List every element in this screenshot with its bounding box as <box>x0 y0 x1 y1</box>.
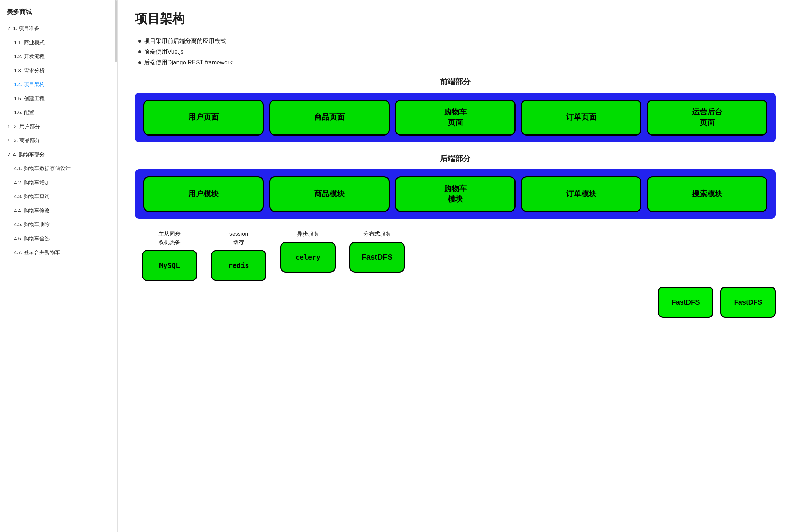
frontend-box-3: 购物车页面 <box>395 100 516 136</box>
sidebar-item-1-6[interactable]: 1.6. 配置 <box>0 105 117 120</box>
sidebar-item-4-7[interactable]: 4.7. 登录合并购物车 <box>0 245 117 260</box>
fastdfs-bottom-row: FastDFS FastDFS <box>135 287 776 318</box>
backend-arch: 用户模块 商品模块 购物车模块 订单模块 搜索模块 <box>135 169 776 219</box>
service-celery-box: celery <box>280 242 336 273</box>
sidebar-item-section3[interactable]: 〉 3. 商品部分 <box>0 133 117 148</box>
bullet-item-2: 前端使用Vue.js <box>138 48 776 56</box>
frontend-box-5: 运营后台页面 <box>647 100 767 136</box>
frontend-title: 前端部分 <box>135 77 776 87</box>
service-redis-box: redis <box>211 250 266 281</box>
sidebar-item-1-3[interactable]: 1.3. 需求分析 <box>0 64 117 78</box>
backend-box-4: 订单模块 <box>521 176 641 212</box>
service-redis-label: session缓存 <box>229 230 248 246</box>
sidebar-item-4-4[interactable]: 4.4. 购物车修改 <box>0 204 117 218</box>
bullet-dot-3 <box>138 61 141 64</box>
bullet-item-3: 后端使用Django REST framework <box>138 58 776 66</box>
bullet-dot-2 <box>138 50 141 53</box>
frontend-arch: 用户页面 商品页面 购物车页面 订单页面 运营后台页面 <box>135 93 776 142</box>
sidebar-item-1-1[interactable]: 1.1. 商业模式 <box>0 36 117 50</box>
service-celery-label: 异步服务 <box>297 230 319 238</box>
bullet-list: 项目采用前后端分离的应用模式 前端使用Vue.js 后端使用Django RES… <box>135 37 776 66</box>
fastdfs-bottom-1: FastDFS <box>658 287 713 318</box>
backend-box-3: 购物车模块 <box>395 176 516 212</box>
sidebar-item-4-2[interactable]: 4.2. 购物车增加 <box>0 176 117 190</box>
fastdfs-bottom-2: FastDFS <box>720 287 776 318</box>
sidebar-scrollbar-thumb <box>115 0 117 62</box>
service-fastdfs: 分布式服务 FastDFS <box>349 230 405 273</box>
sidebar: 美多商城 ✓ 1. 项目准备 1.1. 商业模式 1.2. 开发流程 1.3. … <box>0 0 118 532</box>
sidebar-item-section4[interactable]: ✓ 4. 购物车部分 <box>0 148 117 162</box>
backend-box-1: 用户模块 <box>143 176 264 212</box>
service-mysql: 主从同步双机热备 MySQL <box>142 230 197 281</box>
bullet-item-1: 项目采用前后端分离的应用模式 <box>138 37 776 45</box>
backend-box-2: 商品模块 <box>269 176 390 212</box>
service-celery: 异步服务 celery <box>280 230 336 273</box>
main-content: 项目架构 项目采用前后端分离的应用模式 前端使用Vue.js 后端使用Djang… <box>118 0 793 532</box>
frontend-box-2: 商品页面 <box>269 100 390 136</box>
sidebar-item-1-5[interactable]: 1.5. 创建工程 <box>0 92 117 106</box>
frontend-box-4: 订单页面 <box>521 100 641 136</box>
page-title: 项目架构 <box>135 10 776 27</box>
service-mysql-label: 主从同步双机热备 <box>158 230 181 246</box>
service-redis: session缓存 redis <box>211 230 266 281</box>
sidebar-item-4-5[interactable]: 4.5. 购物车删除 <box>0 217 117 232</box>
sidebar-item-4-1[interactable]: 4.1. 购物车数据存储设计 <box>0 161 117 176</box>
backend-title: 后端部分 <box>135 153 776 164</box>
sidebar-title: 美多商城 <box>0 3 117 21</box>
sidebar-item-section2[interactable]: 〉 2. 用户部分 <box>0 120 117 134</box>
service-fastdfs-box: FastDFS <box>349 242 405 273</box>
sidebar-item-4-3[interactable]: 4.3. 购物车查询 <box>0 189 117 204</box>
sidebar-item-4-6[interactable]: 4.6. 购物车全选 <box>0 232 117 246</box>
frontend-box-1: 用户页面 <box>143 100 264 136</box>
backend-box-5: 搜索模块 <box>647 176 767 212</box>
service-fastdfs-label: 分布式服务 <box>363 230 391 238</box>
sidebar-item-1-2[interactable]: 1.2. 开发流程 <box>0 49 117 64</box>
sidebar-item-1-4[interactable]: 1.4. 项目架构 <box>0 77 117 92</box>
sidebar-item-section1[interactable]: ✓ 1. 项目准备 <box>0 21 117 36</box>
service-mysql-box: MySQL <box>142 250 197 281</box>
sidebar-scrollbar[interactable] <box>114 0 117 532</box>
service-row: 主从同步双机热备 MySQL session缓存 redis 异步服务 cele… <box>135 230 776 281</box>
bullet-dot-1 <box>138 40 141 43</box>
